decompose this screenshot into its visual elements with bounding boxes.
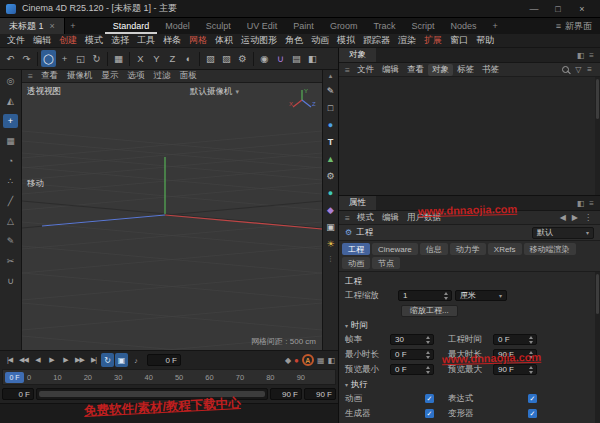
timeline-ruler[interactable]: 0 10 20 30 40 50 60 70 80 90 0 F (2, 369, 336, 385)
layout-menu-icon[interactable]: ≡ (556, 21, 561, 31)
menu-volume[interactable]: 体积 (211, 34, 237, 47)
attr-menu-userdata[interactable]: 用户数据 (403, 212, 445, 224)
viewport-panel-menu-icon[interactable]: ≡ (25, 71, 36, 81)
animation-checkbox[interactable]: ✓ (425, 394, 434, 403)
close-button[interactable]: × (570, 0, 594, 18)
camera-label[interactable]: 默认摄像机 ▾ (190, 86, 239, 98)
layout-tab-nodes[interactable]: Nodes (443, 18, 485, 34)
max-time-field[interactable]: 90 F (493, 349, 537, 360)
document-tab-close-icon[interactable]: × (50, 21, 55, 31)
prev-key-button[interactable]: ◀◀ (17, 353, 30, 367)
viewport-menu-options[interactable]: 选项 (123, 70, 148, 82)
min-time-field[interactable]: 0 F (390, 349, 434, 360)
attr-t ab-xrefs[interactable]: XRefs (488, 243, 522, 255)
keyframe-settings-icon[interactable]: ◧ (327, 356, 335, 365)
attr-tab-nodes[interactable]: 节点 (372, 257, 400, 269)
filter-icon[interactable]: ▽ (575, 65, 581, 74)
objects-menu-tags[interactable]: 标签 (453, 64, 478, 76)
menu-render[interactable]: 渲染 (394, 34, 420, 47)
fps-field[interactable]: 30 (390, 334, 434, 345)
attr-menu-mode[interactable]: 模式 (353, 212, 378, 224)
unit-dropdown[interactable]: 厘米 ▾ (455, 290, 507, 301)
viewport-menu-panel[interactable]: 面板 (175, 70, 200, 82)
range-total-field[interactable]: 90 F (304, 388, 336, 400)
preview-min-field[interactable]: 0 F (390, 364, 434, 375)
make-editable-icon[interactable]: ◭ (3, 94, 18, 108)
objects-menu-file[interactable]: 文件 (353, 64, 378, 76)
volume-icon[interactable]: ● (324, 187, 337, 199)
snap-icon[interactable]: ∪ (273, 50, 288, 67)
list-menu-icon[interactable]: ≡ (587, 65, 592, 74)
last-tool-icon[interactable]: ▦ (111, 50, 126, 67)
attr-tab-mobile[interactable]: 移动端渲染 (524, 243, 576, 255)
current-frame-field[interactable]: 0 F (147, 354, 181, 366)
generator-icon[interactable]: ⚙ (324, 170, 337, 182)
attr-tab-animation[interactable]: 动画 (342, 257, 370, 269)
layout-tab-model[interactable]: Model (157, 18, 198, 34)
menu-mode[interactable]: 模式 (81, 34, 107, 47)
object-panel-menu-icon[interactable]: ≡ (342, 65, 353, 75)
objects-menu-objects[interactable]: 对象 (428, 64, 453, 76)
project-time-field[interactable]: 0 F (493, 334, 537, 345)
tab-attributes[interactable]: 属性 (339, 196, 376, 210)
objects-menu-view[interactable]: 查看 (403, 64, 428, 76)
undo-icon[interactable]: ↶ (3, 50, 18, 67)
layout-tab-track[interactable]: Track (365, 18, 403, 34)
document-tab[interactable]: 未标题 1 × (0, 18, 65, 34)
texture-mode-icon[interactable]: ▦ (3, 134, 18, 148)
range-end-field[interactable]: 90 F (270, 388, 302, 400)
generators-checkbox[interactable]: ✓ (425, 409, 434, 418)
deformers-checkbox[interactable]: ✓ (528, 409, 537, 418)
prev-frame-button[interactable]: ◀ (31, 353, 44, 367)
spline-pen-icon[interactable]: ✎ (324, 85, 337, 97)
viewport-menu-cameras[interactable]: 摄像机 (63, 70, 97, 82)
spinner-icon[interactable] (426, 336, 431, 344)
objects-menu-bookmarks[interactable]: 书签 (478, 64, 503, 76)
y-axis-lock[interactable]: Y (149, 50, 164, 67)
chevron-up-icon[interactable]: ▴ (329, 72, 333, 80)
viewport-menu-filter[interactable]: 过滤 (149, 70, 174, 82)
record-dot-icon[interactable]: ● (294, 356, 299, 365)
panel-menu-icon[interactable]: ≡ (589, 199, 594, 208)
panel-menu-icon[interactable]: ≡ (589, 51, 594, 60)
live-selection-icon[interactable]: ◯ (41, 50, 56, 67)
workplane-mode-icon[interactable]: ◔ (3, 154, 18, 168)
spinner-icon[interactable] (426, 366, 431, 374)
scale-tool-icon[interactable]: ◱ (73, 50, 88, 67)
layout-tab-groom[interactable]: Groom (322, 18, 366, 34)
light-icon[interactable]: ☀ (324, 238, 337, 250)
x-axis-lock[interactable]: X (133, 50, 148, 67)
layout-tab-script[interactable]: Script (404, 18, 443, 34)
autokey-toggle[interactable]: A (302, 354, 314, 366)
new-layout-label[interactable]: 新界面 (565, 20, 592, 33)
scale-project-button[interactable]: 缩放工程... (401, 305, 458, 317)
menu-edit[interactable]: 编辑 (29, 34, 55, 47)
spinner-icon[interactable] (444, 292, 449, 300)
panel-layout-icon[interactable]: ◧ (577, 199, 585, 208)
object-tree[interactable] (339, 77, 600, 195)
polygons-mode-icon[interactable]: △ (3, 214, 18, 228)
attribute-panel-menu-icon[interactable]: ≡ (342, 213, 353, 223)
minimize-button[interactable]: — (522, 0, 546, 18)
next-key-button[interactable]: ▶▶ (73, 353, 86, 367)
attribute-scrollbar[interactable] (595, 272, 600, 423)
model-mode-icon[interactable]: + (3, 114, 18, 128)
landscape-icon[interactable]: ▲ (324, 153, 337, 165)
menu-animate[interactable]: 动画 (307, 34, 333, 47)
dots-icon[interactable]: ⋮ (584, 213, 592, 222)
rotate-tool-icon[interactable]: ↻ (89, 50, 104, 67)
layout-tab-uvedit[interactable]: UV Edit (239, 18, 286, 34)
menu-character[interactable]: 角色 (281, 34, 307, 47)
camera-icon[interactable]: ▣ (324, 221, 337, 233)
attr-tab-cineware[interactable]: Cineware (372, 243, 418, 255)
attr-menu-edit[interactable]: 编辑 (378, 212, 403, 224)
cube-primitive-icon[interactable]: □ (324, 102, 337, 114)
viewport-canvas[interactable]: 透视视图 默认摄像机 ▾ 移动 网格间距 : 500 cm Y X Z (22, 83, 322, 350)
range-start-field[interactable]: 0 F (2, 388, 34, 400)
spinner-icon[interactable] (426, 351, 431, 359)
quantize-icon[interactable]: ▤ (289, 50, 304, 67)
viewport-menu-display[interactable]: 显示 (97, 70, 122, 82)
add-layout-button[interactable]: + (485, 18, 506, 34)
menu-help[interactable]: 帮助 (472, 34, 498, 47)
redo-icon[interactable]: ↷ (19, 50, 34, 67)
